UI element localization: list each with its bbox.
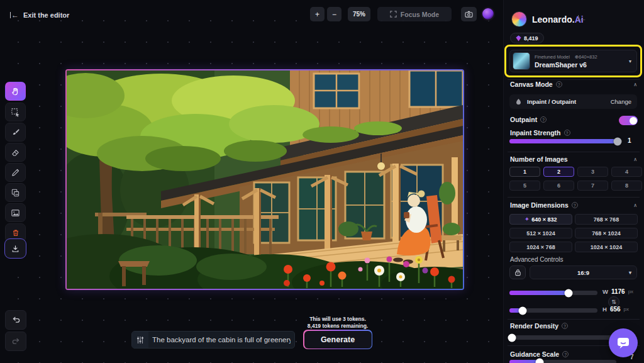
image-icon	[11, 208, 20, 218]
model-type-label: Finetuned Model	[535, 54, 570, 60]
camera-button[interactable]	[461, 7, 477, 21]
model-selector[interactable]: Finetuned Model ⊕640×832 DreamShaper v6 …	[509, 50, 637, 72]
number-of-images-header: Number of Images ∧	[510, 155, 637, 163]
token-usage-line1: This will use 3 tokens.	[287, 316, 388, 323]
prompt-settings-button[interactable]	[132, 332, 148, 348]
image-dimensions-header: Image Dimensions ? ∧	[510, 201, 637, 209]
zoom-level-value: 75%	[353, 11, 365, 18]
undo-button[interactable]	[5, 310, 26, 330]
width-slider[interactable]	[509, 291, 597, 295]
tool-download[interactable]	[4, 238, 26, 259]
tool-paste-image[interactable]	[5, 183, 26, 202]
num-images-option-8[interactable]: 8	[611, 181, 642, 191]
help-icon[interactable]: ?	[556, 81, 562, 87]
aspect-ratio-select[interactable]: 16:9 ▾	[530, 265, 637, 279]
aspect-ratio-value: 16:9	[577, 269, 589, 276]
num-images-option-2[interactable]: 2	[543, 167, 574, 177]
height-slider[interactable]	[509, 308, 597, 313]
num-images-option-4[interactable]: 4	[611, 167, 642, 177]
divider	[508, 79, 640, 80]
guidance-scale-slider[interactable]	[509, 360, 616, 363]
outpaint-toggle[interactable]	[619, 116, 638, 125]
download-icon	[11, 244, 20, 254]
collapse-section-icon[interactable]: ∧	[633, 82, 637, 87]
inpaint-strength-slider[interactable]	[509, 139, 621, 143]
leonardo-logo-icon[interactable]	[511, 11, 527, 27]
chat-bubble-icon	[616, 337, 630, 349]
inpaint-strength-value: 1	[628, 137, 631, 144]
tool-image[interactable]	[5, 203, 26, 222]
divider	[508, 152, 640, 152]
dimension-option-512x1024[interactable]: 512 × 1024	[509, 228, 572, 238]
canvas-mode-row: Inpaint / Outpaint Change	[509, 94, 637, 109]
outpaint-label: Outpaint	[510, 116, 537, 123]
inpaint-strength-row: Inpaint Strength ?	[510, 129, 637, 137]
dimension-option-1024x768[interactable]: 1024 × 768	[509, 242, 572, 252]
num-images-option-7[interactable]: 7	[577, 181, 608, 191]
exit-editor-button[interactable]: ← Exit the editor	[10, 11, 69, 19]
support-chat-button[interactable]	[609, 328, 638, 357]
focus-mode-label: Focus Mode	[401, 11, 439, 18]
redo-icon	[11, 337, 21, 345]
trash-icon	[11, 228, 20, 237]
num-images-option-3[interactable]: 3	[577, 167, 608, 177]
collapse-sidebar-icon[interactable]: ←	[578, 15, 587, 21]
canvas-mode-value: Inpaint / Outpaint	[527, 98, 576, 105]
token-balance-badge[interactable]: 8,419	[510, 33, 544, 43]
render-density-slider[interactable]	[509, 335, 616, 340]
change-mode-button[interactable]: Change	[611, 98, 631, 105]
tool-pencil[interactable]	[5, 163, 26, 182]
aspect-lock-button[interactable]	[509, 265, 526, 279]
width-readout: W 1176 px	[602, 288, 633, 295]
paste-image-icon	[11, 188, 20, 198]
focus-corners-icon	[390, 11, 397, 18]
swap-icon: ⇅	[611, 299, 616, 305]
dimension-option-768x1024[interactable]: 768 × 1024	[575, 228, 638, 238]
help-icon[interactable]: ?	[572, 202, 578, 208]
divider	[508, 319, 640, 320]
cabin-illustration	[67, 70, 463, 289]
redo-button[interactable]	[5, 332, 26, 351]
number-of-images-title: Number of Images	[510, 155, 568, 163]
pencil-icon	[11, 168, 20, 177]
collapse-section-icon[interactable]: ∧	[633, 157, 637, 162]
advanced-controls-label: Advanced Controls	[510, 256, 564, 263]
undo-icon	[11, 316, 21, 324]
plus-icon: +	[315, 10, 319, 19]
brand-title: Leonardo.Ai	[532, 14, 584, 25]
tool-eraser[interactable]	[5, 143, 26, 162]
dimension-option-768x768[interactable]: 768 × 768	[575, 214, 638, 225]
help-icon[interactable]: ?	[562, 323, 568, 329]
zoom-out-button[interactable]: −	[327, 7, 341, 21]
tool-brush[interactable]	[5, 123, 26, 142]
zoom-level-button[interactable]: 75%	[348, 7, 370, 21]
num-images-option-1[interactable]: 1	[509, 167, 540, 177]
model-name: DreamShaper v6	[535, 61, 597, 69]
zoom-in-button[interactable]: +	[310, 7, 325, 21]
focus-mode-button[interactable]: Focus Mode	[377, 7, 452, 21]
prompt-input[interactable]	[148, 332, 294, 348]
canvas-mode-title: Canvas Mode	[510, 81, 553, 88]
canvas-artwork[interactable]	[67, 70, 463, 289]
guidance-scale-title: Guidance Scale	[510, 350, 559, 358]
generate-button[interactable]: Generate	[303, 330, 372, 349]
help-icon[interactable]: ?	[540, 116, 547, 123]
num-images-option-5[interactable]: 5	[509, 181, 540, 191]
tool-pan-hand[interactable]	[5, 82, 26, 101]
help-icon[interactable]: ?	[562, 351, 569, 357]
coin-icon	[516, 35, 521, 42]
dimension-option-640x832[interactable]: ✦ 640 × 832	[509, 214, 572, 225]
hand-icon	[11, 87, 20, 96]
brush-icon	[11, 128, 20, 137]
exit-editor-label: Exit the editor	[23, 11, 69, 19]
prompt-bar	[131, 331, 295, 349]
profile-orb-button[interactable]	[481, 7, 495, 21]
collapse-section-icon[interactable]: ∧	[633, 203, 637, 208]
help-icon[interactable]: ?	[564, 130, 570, 136]
inpaint-strength-label: Inpaint Strength	[510, 129, 561, 137]
dimension-option-1024x1024[interactable]: 1024 × 1024	[575, 242, 638, 252]
camera-icon	[465, 11, 473, 18]
sparkle-icon: ✦	[525, 216, 530, 222]
num-images-option-6[interactable]: 6	[543, 181, 574, 191]
tool-select[interactable]	[5, 103, 26, 121]
